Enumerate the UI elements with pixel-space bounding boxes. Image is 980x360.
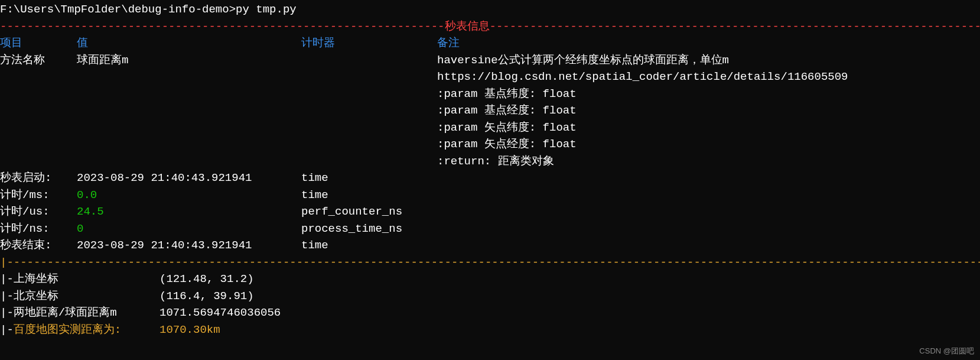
section-divider-mid: |---------------------------------------… <box>0 254 980 271</box>
timing-row: 计时/ms:0.0time <box>0 187 980 204</box>
remark-row: https://blog.csdn.net/spatial_coder/arti… <box>0 69 980 86</box>
remark-line: :return: 距离类对象 <box>437 153 980 170</box>
remark-row: :param 基点纬度: float <box>0 86 980 103</box>
header-item: 项目 <box>0 35 77 52</box>
timing-row: 秒表启动:2023-08-29 21:40:43.921941time <box>0 170 980 187</box>
method-timer <box>301 52 437 69</box>
coord-row: |-上海坐标(121.48, 31.2) <box>0 271 980 288</box>
coord-row: |-百度地图实测距离为:1070.30km <box>0 322 980 339</box>
timing-label: 秒表结束: <box>0 237 77 254</box>
timing-row: 计时/ns:0process_time_ns <box>0 220 980 238</box>
section-divider-top: ----------------------------------------… <box>0 18 980 35</box>
timing-row: 计时/us:24.5perf_counter_ns <box>0 203 980 220</box>
timing-value: 0 <box>77 220 301 238</box>
header-value: 值 <box>77 35 301 52</box>
method-label: 方法名称 <box>0 52 77 69</box>
remark-line: :param 基点经度: float <box>437 102 980 119</box>
coord-label: |-北京坐标 <box>0 288 159 305</box>
timing-timer: time <box>301 237 437 254</box>
remark-row: :param 矢点经度: float <box>0 136 980 153</box>
coord-label: |-百度地图实测距离为: <box>0 322 159 339</box>
table-header-row: 项目 值 计时器 备注 <box>0 35 980 52</box>
coord-value: (116.4, 39.91) <box>159 288 254 305</box>
timing-value: 2023-08-29 21:40:43.921941 <box>77 237 301 254</box>
remark-line: haversine公式计算两个经纬度坐标点的球面距离，单位m <box>437 52 980 69</box>
remark-row: :param 矢点纬度: float <box>0 119 980 137</box>
coord-value: (121.48, 31.2) <box>159 271 254 288</box>
timing-row: 秒表结束:2023-08-29 21:40:43.921941time <box>0 237 980 254</box>
remark-line: :param 基点纬度: float <box>437 86 980 103</box>
coord-value: 1071.5694746036056 <box>159 304 281 322</box>
header-timer: 计时器 <box>301 35 437 52</box>
command-prompt: F:\Users\TmpFolder\debug-info-demo>py tm… <box>0 1 980 18</box>
watermark: CSDN @团圆吧 <box>919 345 974 357</box>
timing-label: 计时/us: <box>0 203 77 220</box>
method-value: 球面距离m <box>77 52 301 69</box>
coord-label: |-两地距离/球面距离m <box>0 304 159 322</box>
coord-row: |-两地距离/球面距离m1071.5694746036056 <box>0 304 980 322</box>
method-row: 方法名称 球面距离m haversine公式计算两个经纬度坐标点的球面距离，单位… <box>0 52 980 69</box>
timing-timer: perf_counter_ns <box>301 203 437 220</box>
remark-row: :param 基点经度: float <box>0 102 980 119</box>
remark-line: https://blog.csdn.net/spatial_coder/arti… <box>437 69 980 86</box>
timing-timer: time <box>301 187 437 204</box>
timing-value: 24.5 <box>77 203 301 220</box>
header-remark: 备注 <box>437 35 980 52</box>
timing-value: 0.0 <box>77 187 301 204</box>
timing-value: 2023-08-29 21:40:43.921941 <box>77 170 301 187</box>
timing-label: 计时/ms: <box>0 187 77 204</box>
timing-label: 计时/ns: <box>0 220 77 238</box>
coord-value: 1070.30km <box>159 322 220 339</box>
timing-timer: time <box>301 170 437 187</box>
coord-row: |-北京坐标(116.4, 39.91) <box>0 288 980 305</box>
remark-line: :param 矢点纬度: float <box>437 119 980 137</box>
timing-timer: process_time_ns <box>301 220 437 238</box>
remark-line: :param 矢点经度: float <box>437 136 980 153</box>
timing-label: 秒表启动: <box>0 170 77 187</box>
coord-label: |-上海坐标 <box>0 271 159 288</box>
remark-row: :return: 距离类对象 <box>0 153 980 170</box>
